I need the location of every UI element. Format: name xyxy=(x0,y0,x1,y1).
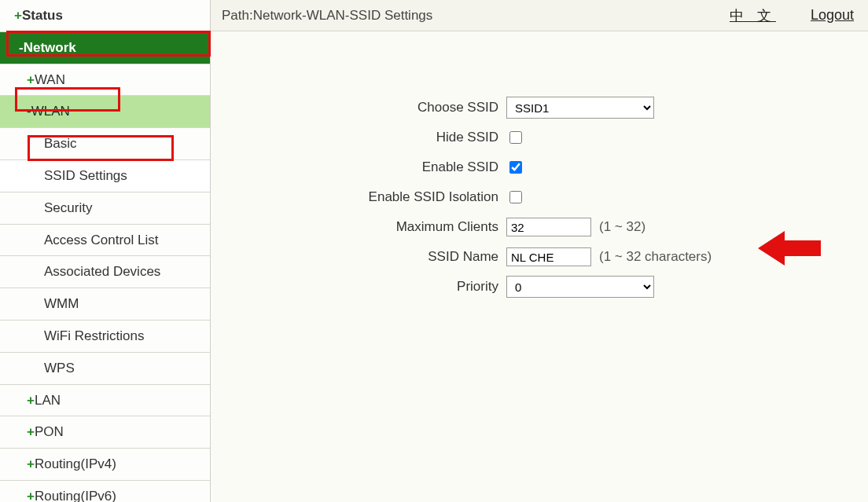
header-bar: Path:Network-WLAN-SSID Settings 中 文 Logo… xyxy=(211,0,868,31)
enable-isolation-checkbox[interactable] xyxy=(509,191,522,203)
sidebar-item-routing-ipv6[interactable]: +Routing(IPv6) xyxy=(0,481,210,502)
sidebar-item-acl[interactable]: Access Control List xyxy=(0,225,210,257)
hide-ssid-label: Hide SSID xyxy=(211,130,506,145)
main-panel: Path:Network-WLAN-SSID Settings 中 文 Logo… xyxy=(211,0,868,502)
priority-label: Priority xyxy=(211,279,506,295)
sidebar-label: Status xyxy=(22,8,63,23)
expand-icon: + xyxy=(14,8,22,23)
enable-isolation-label: Enable SSID Isolation xyxy=(211,189,506,205)
sidebar-item-wan[interactable]: +WAN xyxy=(0,64,210,97)
sidebar-item-ssid-settings[interactable]: SSID Settings xyxy=(0,160,210,192)
expand-icon: + xyxy=(27,489,35,502)
sidebar-item-wmm[interactable]: WMM xyxy=(0,288,210,321)
breadcrumb: Path:Network-WLAN-SSID Settings xyxy=(222,8,432,24)
priority-select[interactable]: 0 xyxy=(506,276,654,298)
enable-ssid-label: Enable SSID xyxy=(211,159,506,175)
max-clients-label: Maximum Clients xyxy=(211,219,506,235)
choose-ssid-select[interactable]: SSID1 xyxy=(506,97,654,119)
sidebar-item-wifi-restrictions[interactable]: WiFi Restrictions xyxy=(0,321,210,353)
sidebar-item-status[interactable]: +Status xyxy=(0,0,210,32)
sidebar-item-security[interactable]: Security xyxy=(0,192,210,225)
sidebar-item-pon[interactable]: +PON xyxy=(0,416,210,449)
sidebar-label: PON xyxy=(35,424,64,439)
expand-icon: + xyxy=(27,393,35,408)
expand-icon: + xyxy=(27,456,35,471)
sidebar-label: Routing(IPv6) xyxy=(35,489,116,502)
sidebar: +Status -Network +WAN -WLAN Basic SSID S… xyxy=(0,0,211,502)
expand-icon: + xyxy=(27,424,35,439)
sidebar-item-basic[interactable]: Basic xyxy=(0,128,210,160)
sidebar-item-wps[interactable]: WPS xyxy=(0,353,210,385)
sidebar-label: WLAN xyxy=(31,104,70,119)
logout-link[interactable]: Logout xyxy=(811,7,854,24)
max-clients-input[interactable] xyxy=(506,218,591,236)
sidebar-label: LAN xyxy=(35,393,61,408)
hide-ssid-checkbox[interactable] xyxy=(509,131,522,144)
expand-icon: + xyxy=(27,72,35,87)
sidebar-label: Network xyxy=(24,40,76,55)
sidebar-item-wlan[interactable]: -WLAN xyxy=(0,96,210,128)
sidebar-item-associated-devices[interactable]: Associated Devices xyxy=(0,256,210,288)
ssid-name-label: SSID Name xyxy=(211,249,506,265)
sidebar-item-network[interactable]: -Network xyxy=(0,32,210,64)
ssid-settings-form: Choose SSID SSID1 Hide SSID Enable SSID xyxy=(211,93,868,302)
sidebar-item-routing-ipv4[interactable]: +Routing(IPv4) xyxy=(0,449,210,481)
max-clients-hint: (1 ~ 32) xyxy=(599,219,645,235)
sidebar-label: WAN xyxy=(35,72,65,87)
choose-ssid-label: Choose SSID xyxy=(211,100,506,115)
ssid-name-hint: (1 ~ 32 characters) xyxy=(599,249,712,265)
sidebar-label: Routing(IPv4) xyxy=(35,456,116,471)
language-link[interactable]: 中 文 xyxy=(730,6,776,25)
enable-ssid-checkbox[interactable] xyxy=(509,161,522,174)
ssid-name-input[interactable] xyxy=(506,247,591,266)
sidebar-item-lan[interactable]: +LAN xyxy=(0,385,210,417)
